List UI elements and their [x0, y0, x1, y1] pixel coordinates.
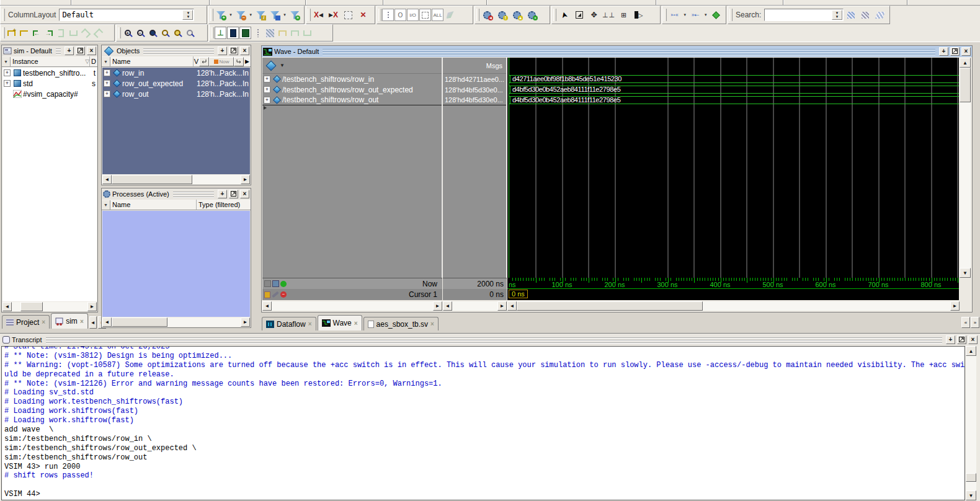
- cancel-all-button[interactable]: ✕: [356, 8, 370, 22]
- gear-warn2-button[interactable]: ▴: [510, 8, 524, 22]
- wave-canvas[interactable]: d42711aee0bf98f1b8b45de51e415230 d4bf5d3…: [507, 58, 959, 278]
- add-wave-button[interactable]: +: [6, 27, 17, 39]
- transcript-add-button[interactable]: +: [946, 335, 955, 344]
- transcript-grip[interactable]: [46, 336, 943, 344]
- wave-cursor-strip[interactable]: 0 ns: [507, 289, 959, 300]
- wave-names-header[interactable]: ▼: [262, 58, 442, 74]
- leaf-button[interactable]: [444, 9, 456, 21]
- expand-icon[interactable]: +: [4, 80, 11, 87]
- sim-grip[interactable]: [56, 47, 61, 55]
- wave-grip[interactable]: [323, 48, 935, 55]
- insert-mode2-button[interactable]: [68, 27, 79, 39]
- expand-icon[interactable]: +: [104, 69, 110, 76]
- expand-icon[interactable]: +: [4, 69, 11, 76]
- next-edge-button[interactable]: →: [43, 27, 55, 39]
- gear-warn1-button[interactable]: !: [495, 8, 509, 22]
- grid-select-button[interactable]: [341, 8, 355, 22]
- wave-hscrollbar[interactable]: ◄ ►: [507, 301, 960, 311]
- tab-aes-sbox[interactable]: aes_sbox_tb.sv×: [363, 317, 439, 330]
- filter-icon[interactable]: ▼: [102, 200, 110, 210]
- zoom-full-button[interactable]: [146, 27, 158, 39]
- cancel-forward-button[interactable]: ▶X: [326, 8, 341, 22]
- wave-add-button[interactable]: +: [939, 47, 948, 56]
- wave-signal-row[interactable]: + /testbench_shiftrows/row_out_expected: [262, 84, 442, 95]
- add-filter-button[interactable]: +: [214, 8, 228, 22]
- sim-close-button[interactable]: ×: [87, 47, 96, 55]
- find-prev-dropdown[interactable]: ▼: [682, 8, 688, 22]
- processes-panel-titlebar[interactable]: Processes (Active) + ×: [102, 188, 251, 200]
- add-cursor-icon[interactable]: [280, 281, 287, 287]
- zoom-select-button[interactable]: [184, 27, 195, 39]
- cursor-time-box[interactable]: 0 ns: [509, 290, 528, 298]
- processes-grip[interactable]: [173, 190, 214, 198]
- find-next-dropdown[interactable]: ▼: [703, 8, 708, 22]
- apply-filter-button[interactable]: »: [288, 8, 301, 22]
- sim-tree-row[interactable]: + std s: [2, 78, 97, 89]
- search-down-button[interactable]: [844, 8, 858, 22]
- wrench-icon[interactable]: [272, 291, 279, 298]
- expand-time-o-button[interactable]: O: [394, 9, 406, 21]
- processes-close-button[interactable]: ×: [240, 190, 249, 198]
- processes-hscrollbar[interactable]: ◄ ►: [102, 317, 250, 327]
- wave-ruler[interactable]: ns 100 ns 200 ns 300 ns 400 ns 500 ns 60…: [507, 278, 959, 289]
- wave-cursor-row[interactable]: − Cursor 1: [262, 289, 442, 300]
- edit-filter-button[interactable]: /: [254, 8, 267, 22]
- find-prev-transition-button[interactable]: ➳«: [667, 8, 682, 22]
- transcript-undock-button[interactable]: [957, 335, 966, 344]
- sim-panel-titlebar[interactable]: sim - Default + ×: [2, 45, 97, 56]
- processes-list[interactable]: [102, 211, 250, 317]
- find-next-transition-button[interactable]: »⇠: [688, 8, 703, 22]
- sim-column-header[interactable]: ▼ Instance ▽ D: [2, 56, 97, 67]
- objects-column-header[interactable]: ▼ Name V Now ▶: [102, 56, 251, 67]
- select-mode-button[interactable]: ➤: [557, 8, 571, 22]
- gear-run-button[interactable]: •: [525, 8, 539, 22]
- transcript-body[interactable]: # Start time: 21:45:21 on Oct 26,2025# *…: [1, 346, 965, 500]
- find-diamond-button[interactable]: [709, 8, 723, 22]
- sim-tree-row[interactable]: + testbench_shiftro... t: [2, 68, 97, 78]
- column-layout-combo[interactable]: Default ▼▼: [59, 9, 194, 21]
- pattern-box-button[interactable]: [264, 27, 276, 39]
- objects-panel-titlebar[interactable]: Objects + ×: [102, 45, 251, 56]
- sim-add-button[interactable]: +: [65, 47, 74, 55]
- expand-icon[interactable]: +: [264, 97, 270, 104]
- save-filter-dropdown[interactable]: ▼: [282, 8, 288, 22]
- expand-time-io-button[interactable]: I/O: [407, 9, 419, 21]
- objects-row[interactable]: + row_out_expected 128'h... Pack... In: [102, 78, 250, 89]
- wave-msgs-hscrollbar[interactable]: ◄ ►: [443, 301, 507, 311]
- insert-mode4-button[interactable]: [92, 27, 104, 39]
- processes-column-header[interactable]: ▼ Name Type (filtered): [102, 200, 251, 210]
- mdi-tab-scroll-left[interactable]: «: [961, 317, 970, 328]
- filter-icon[interactable]: ▼: [102, 57, 110, 66]
- edit-mode-button[interactable]: ⊥⊥: [602, 8, 616, 22]
- tab-sim[interactable]: sim×: [51, 313, 88, 329]
- expand-icon[interactable]: +: [104, 91, 110, 97]
- zoom-in-button[interactable]: +: [122, 27, 133, 39]
- dotted-sep-button[interactable]: [252, 27, 264, 39]
- expand-time-all-button[interactable]: ALL: [432, 9, 443, 21]
- search-dropdown-icon[interactable]: ▼▼: [832, 10, 842, 20]
- objects-undock-button[interactable]: [229, 47, 238, 55]
- step-green1-button[interactable]: [289, 27, 301, 39]
- objects-row[interactable]: + row_out 128'h... Pack... In: [102, 89, 250, 99]
- wave-panel-titlebar[interactable]: Wave - Default + ×: [262, 46, 972, 57]
- step-green2-button[interactable]: [301, 27, 313, 39]
- zoom-out-button[interactable]: −: [134, 27, 146, 39]
- filter-icon[interactable]: ▼: [2, 57, 11, 66]
- expand-icon[interactable]: +: [104, 80, 110, 87]
- step-yellow-button[interactable]: [277, 27, 288, 39]
- expand-time-box-button[interactable]: [419, 9, 431, 21]
- objects-close-button[interactable]: ×: [240, 47, 249, 55]
- search-up-button[interactable]: [858, 8, 872, 22]
- wave-vscrollbar[interactable]: ▲ ▼: [960, 58, 971, 278]
- sim-undock-button[interactable]: [76, 47, 85, 55]
- processes-add-button[interactable]: +: [218, 190, 227, 198]
- remove-filter-button[interactable]: −: [234, 8, 247, 22]
- prev-edge-button[interactable]: ←: [30, 27, 42, 39]
- search-input[interactable]: ▼▼: [764, 9, 843, 21]
- wave-close-button[interactable]: ×: [961, 47, 971, 56]
- lock-icon[interactable]: [264, 291, 270, 298]
- next-now-button[interactable]: [234, 57, 244, 66]
- transcript-vscrollbar[interactable]: ▲ ▼: [966, 346, 976, 500]
- wave-undock-button[interactable]: [950, 47, 960, 56]
- sim-tree-row[interactable]: #vsim_capacity#: [2, 89, 97, 99]
